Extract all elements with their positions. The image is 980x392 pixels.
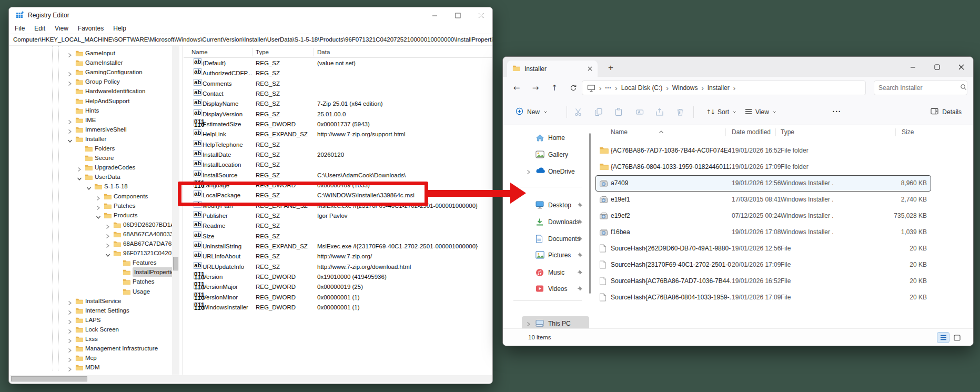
new-tab-icon[interactable]: +: [604, 61, 618, 75]
chevron-right-icon[interactable]: [67, 308, 74, 314]
chevron-right-icon[interactable]: [67, 79, 74, 85]
column-header-date-modified[interactable]: Date modified: [732, 125, 771, 139]
file-row-ac76ba86-0804-1033-1959-01824460112[interactable]: {AC76BA86-0804-1033-1959-01824460112... …: [595, 159, 931, 175]
tree-item-folders[interactable]: Folders: [9, 144, 172, 153]
tree-item-group-policy[interactable]: Group Policy: [9, 77, 172, 86]
chevron-right-icon[interactable]: [67, 51, 74, 57]
tree-item-upgradecodes[interactable]: UpgradeCodes: [9, 163, 172, 172]
refresh-icon[interactable]: [566, 81, 581, 95]
menu-item-view[interactable]: View: [50, 25, 73, 32]
paste-icon[interactable]: [611, 104, 627, 120]
minimize-icon[interactable]: [901, 57, 925, 77]
tree-item-06d9d26207bd1a948[interactable]: 06D9D26207BD1A948: [9, 220, 172, 229]
registry-value-contact[interactable]: ab Contact REG_SZ: [184, 89, 492, 99]
file-row-sourcehash-ac76ba86-0804-1033-1959[interactable]: SourceHash{AC76BA86-0804-1033-1959-... 1…: [595, 289, 931, 306]
pane-splitter[interactable]: [183, 46, 183, 375]
tree-item-internet-settings[interactable]: Internet Settings: [9, 306, 172, 315]
forward-icon[interactable]: →: [528, 81, 543, 95]
registry-value-readme[interactable]: ab Readme REG_SZ: [184, 221, 492, 231]
file-row-e19ef1[interactable]: e19ef1 17/03/2015 08:41 Windows Installe…: [595, 192, 931, 208]
registry-value-authorizedcdfp[interactable]: ab AuthorizedCDFP... REG_SZ: [184, 68, 492, 78]
column-header-name[interactable]: Name: [611, 125, 628, 139]
file-row-ac76ba86-7ad7-1036-7b44-ac0f074e4[interactable]: {AC76BA86-7AD7-1036-7B44-AC0F074E4... 19…: [595, 143, 931, 159]
tree-item-management-infrastructure[interactable]: Management Infrastructure: [9, 344, 172, 353]
tree-item-secure[interactable]: Secure: [9, 153, 172, 163]
registry-value-version[interactable]: 011110 Version REG_DWORD 0x19010000 (419…: [184, 272, 492, 282]
file-row-a7409[interactable]: a7409 19/01/2026 12:56 Windows Installer…: [595, 175, 931, 192]
search-input[interactable]: [878, 84, 960, 92]
column-header-type[interactable]: Type: [256, 46, 269, 58]
tree-item-lxss[interactable]: Lxss: [9, 334, 172, 344]
close-icon[interactable]: [949, 57, 973, 77]
tree-item-installer[interactable]: Installer: [9, 134, 172, 144]
chevron-right-icon[interactable]: [67, 346, 74, 352]
tree-item-features[interactable]: Features: [9, 258, 172, 267]
sidebar-item-documents[interactable]: Documents: [522, 232, 589, 246]
chevron-down-icon[interactable]: [67, 136, 74, 143]
tree-item-installproperties[interactable]: InstallProperties: [9, 267, 172, 277]
file-row-sourcehash-262d9d60-db70-49a1-9880[interactable]: SourceHash{262D9D60-DB70-49A1-9880-... 1…: [595, 240, 931, 257]
column-header-type[interactable]: Type: [781, 125, 794, 139]
scrollbar-thumb[interactable]: [11, 376, 87, 381]
view-button[interactable]: View: [741, 105, 781, 119]
tree-item-userdata[interactable]: UserData: [9, 172, 172, 182]
registry-value-helplink[interactable]: ab HelpLink REG_EXPAND_SZ http://www.7-z…: [184, 129, 492, 139]
see-more-icon[interactable]: ···: [829, 105, 845, 119]
chevron-right-icon[interactable]: [67, 317, 74, 324]
registry-value-default[interactable]: ab (Default) REG_SZ (value not set): [184, 58, 492, 68]
maximize-icon[interactable]: [446, 7, 469, 23]
tree-item-68ab67ca7da76301e[interactable]: 68AB67CA7DA76301E: [9, 239, 172, 248]
tree-item-products[interactable]: Products: [9, 210, 172, 220]
registry-value-size[interactable]: ab Size REG_SZ: [184, 232, 492, 242]
tree-item-gamingconfiguration[interactable]: GamingConfiguration: [9, 67, 172, 77]
rename-icon[interactable]: [632, 104, 648, 120]
registry-value-windowsinstaller[interactable]: 011110 WindowsInstaller REG_DWORD 0x0000…: [184, 303, 492, 313]
chevron-right-icon[interactable]: [67, 365, 74, 371]
tree-item-hints[interactable]: Hints: [9, 106, 172, 115]
tree-item-ime[interactable]: IME: [9, 115, 172, 125]
registry-value-displayname[interactable]: ab DisplayName REG_SZ 7-Zip 25.01 (x64 e…: [184, 99, 492, 109]
close-icon[interactable]: [469, 7, 492, 23]
menu-item-help[interactable]: Help: [108, 25, 131, 32]
registry-value-urlupdateinfo[interactable]: ab URLUpdateInfo REG_SZ http://www.7-zip…: [184, 262, 492, 272]
horizontal-scrollbar[interactable]: [9, 375, 492, 383]
back-icon[interactable]: ←: [509, 81, 524, 95]
delete-icon[interactable]: [672, 104, 688, 120]
tree-item-components[interactable]: Components: [9, 192, 172, 201]
chevron-right-icon[interactable]: [105, 222, 112, 228]
tree-item-installservice[interactable]: InstallService: [9, 296, 172, 306]
chevron-right-icon[interactable]: [67, 69, 74, 76]
registry-value-helptelephone[interactable]: ab HelpTelephone REG_SZ: [184, 140, 492, 150]
sidebar-item-pictures[interactable]: Pictures: [522, 248, 589, 263]
chevron-right-icon[interactable]: [96, 203, 102, 209]
tree-item-usage[interactable]: Usage: [9, 287, 172, 296]
sidebar-item-desktop[interactable]: Desktop: [522, 198, 589, 213]
minimize-icon[interactable]: [423, 7, 446, 23]
registry-address-bar[interactable]: Computer\HKEY_LOCAL_MACHINE\SOFTWARE\Mic…: [9, 34, 492, 46]
tree-item-s-1-5-18[interactable]: S-1-5-18: [9, 182, 172, 191]
file-row-f16bea[interactable]: f16bea 19/01/2026 17:08 Windows Installe…: [595, 224, 931, 240]
details-pane-button[interactable]: Details: [926, 105, 966, 119]
address-breadcrumb-bar[interactable]: ›···›Local Disk (C:)›Windows›Installer›: [582, 81, 866, 95]
sidebar-item-home[interactable]: Home: [522, 130, 589, 145]
tree-item-gameinput[interactable]: GameInput: [9, 48, 172, 58]
chevron-right-icon[interactable]: [67, 355, 74, 361]
registry-value-installdate[interactable]: ab InstallDate REG_SZ 20260120: [184, 150, 492, 160]
registry-value-displayversion[interactable]: ab DisplayVersion REG_SZ 25.01.00.0: [184, 109, 492, 119]
registry-value-versionmajor[interactable]: 011110 VersionMajor REG_DWORD 0x00000019…: [184, 282, 492, 292]
tree-item-96f071321c04207252[interactable]: 96F071321C04207252: [9, 248, 172, 258]
chevron-right-icon[interactable]: [105, 241, 112, 247]
search-box[interactable]: [874, 81, 967, 95]
registry-value-installlocation[interactable]: ab InstallLocation REG_SZ: [184, 160, 492, 170]
share-icon[interactable]: [652, 104, 668, 120]
chevron-down-icon[interactable]: [96, 213, 102, 219]
breadcrumb-overflow[interactable]: ···: [605, 84, 611, 92]
tree-item-mcp[interactable]: Mcp: [9, 353, 172, 363]
breadcrumb-installer[interactable]: Installer: [708, 84, 730, 92]
sort-button[interactable]: ↑↓ Sort: [702, 105, 741, 119]
tree-item-laps[interactable]: LAPS: [9, 315, 172, 325]
chevron-right-icon[interactable]: [67, 298, 74, 305]
column-header-name[interactable]: Name: [191, 46, 208, 58]
scrollbar-thumb[interactable]: [173, 257, 178, 270]
file-row-sourcehash-ac76ba86-7ad7-1036-7b44[interactable]: SourceHash{AC76BA86-7AD7-1036-7B44... 19…: [595, 273, 931, 289]
